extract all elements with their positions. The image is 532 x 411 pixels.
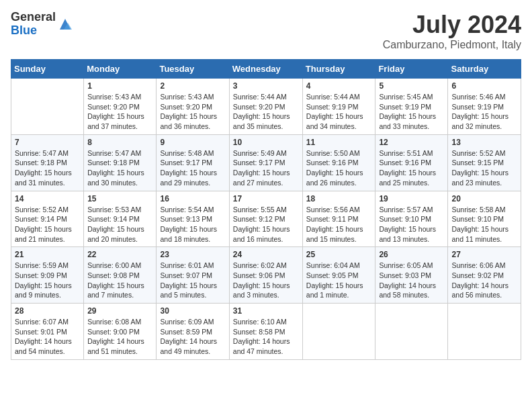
day-number: 20 xyxy=(451,194,517,203)
calendar-cell: 2Sunrise: 5:43 AM Sunset: 9:20 PM Daylig… xyxy=(157,79,229,135)
day-header-tuesday: Tuesday xyxy=(157,60,229,79)
day-number: 2 xyxy=(160,81,225,91)
calendar-cell: 14Sunrise: 5:52 AM Sunset: 9:14 PM Dayli… xyxy=(11,191,84,247)
day-number: 1 xyxy=(87,81,152,91)
calendar-cell: 30Sunrise: 6:09 AM Sunset: 8:59 PM Dayli… xyxy=(157,304,229,360)
logo-blue-text: Blue xyxy=(11,24,56,38)
calendar-cell: 18Sunrise: 5:56 AM Sunset: 9:11 PM Dayli… xyxy=(302,191,375,247)
day-header-monday: Monday xyxy=(84,60,157,79)
day-header-sunday: Sunday xyxy=(11,60,84,79)
day-content: Sunrise: 6:01 AM Sunset: 9:07 PM Dayligh… xyxy=(160,261,225,300)
day-number: 26 xyxy=(379,250,444,259)
calendar-cell: 16Sunrise: 5:54 AM Sunset: 9:13 PM Dayli… xyxy=(157,191,229,247)
calendar-cell: 23Sunrise: 6:01 AM Sunset: 9:07 PM Dayli… xyxy=(157,247,229,304)
day-number: 18 xyxy=(306,194,372,203)
day-content: Sunrise: 5:54 AM Sunset: 9:13 PM Dayligh… xyxy=(160,205,225,244)
day-number: 13 xyxy=(451,138,517,147)
day-number: 6 xyxy=(451,81,517,91)
day-content: Sunrise: 5:50 AM Sunset: 9:16 PM Dayligh… xyxy=(306,148,372,188)
day-content: Sunrise: 6:07 AM Sunset: 9:01 PM Dayligh… xyxy=(15,317,80,357)
day-header-saturday: Saturday xyxy=(448,60,521,79)
calendar-cell xyxy=(448,304,521,360)
day-number: 3 xyxy=(233,81,299,91)
day-number: 25 xyxy=(306,250,372,259)
day-content: Sunrise: 6:09 AM Sunset: 8:59 PM Dayligh… xyxy=(160,317,225,357)
calendar-cell: 22Sunrise: 6:00 AM Sunset: 9:08 PM Dayli… xyxy=(84,247,157,304)
calendar-cell: 21Sunrise: 5:59 AM Sunset: 9:09 PM Dayli… xyxy=(11,247,84,304)
calendar-cell: 24Sunrise: 6:02 AM Sunset: 9:06 PM Dayli… xyxy=(229,247,302,304)
calendar-cell: 26Sunrise: 6:05 AM Sunset: 9:03 PM Dayli… xyxy=(375,247,448,304)
calendar-cell: 28Sunrise: 6:07 AM Sunset: 9:01 PM Dayli… xyxy=(11,304,84,360)
day-content: Sunrise: 5:57 AM Sunset: 9:10 PM Dayligh… xyxy=(379,205,444,244)
calendar-cell xyxy=(11,79,84,135)
day-content: Sunrise: 6:02 AM Sunset: 9:06 PM Dayligh… xyxy=(233,261,299,300)
calendar-cell xyxy=(375,304,448,360)
day-content: Sunrise: 6:04 AM Sunset: 9:05 PM Dayligh… xyxy=(306,261,372,300)
day-content: Sunrise: 5:44 AM Sunset: 9:19 PM Dayligh… xyxy=(306,92,372,132)
calendar-week-4: 21Sunrise: 5:59 AM Sunset: 9:09 PM Dayli… xyxy=(11,247,521,304)
day-content: Sunrise: 5:46 AM Sunset: 9:19 PM Dayligh… xyxy=(451,92,517,132)
day-content: Sunrise: 6:00 AM Sunset: 9:08 PM Dayligh… xyxy=(87,261,152,300)
day-number: 11 xyxy=(306,138,372,147)
calendar-cell: 20Sunrise: 5:58 AM Sunset: 9:10 PM Dayli… xyxy=(448,191,521,247)
day-content: Sunrise: 5:58 AM Sunset: 9:10 PM Dayligh… xyxy=(451,205,517,244)
calendar-header-row: SundayMondayTuesdayWednesdayThursdayFrid… xyxy=(11,60,521,79)
day-content: Sunrise: 5:44 AM Sunset: 9:20 PM Dayligh… xyxy=(233,92,299,132)
calendar-cell: 6Sunrise: 5:46 AM Sunset: 9:19 PM Daylig… xyxy=(448,79,521,135)
day-content: Sunrise: 5:43 AM Sunset: 9:20 PM Dayligh… xyxy=(87,92,152,132)
day-number: 10 xyxy=(233,138,299,147)
calendar-cell: 7Sunrise: 5:47 AM Sunset: 9:18 PM Daylig… xyxy=(11,134,84,191)
main-title: July 2024 xyxy=(383,11,521,39)
title-block: July 2024 Camburzano, Piedmont, Italy xyxy=(383,11,521,51)
day-header-friday: Friday xyxy=(375,60,448,79)
day-number: 4 xyxy=(306,81,372,91)
calendar-week-2: 7Sunrise: 5:47 AM Sunset: 9:18 PM Daylig… xyxy=(11,134,521,191)
calendar-week-5: 28Sunrise: 6:07 AM Sunset: 9:01 PM Dayli… xyxy=(11,304,521,360)
day-header-wednesday: Wednesday xyxy=(229,60,302,79)
day-content: Sunrise: 6:10 AM Sunset: 8:58 PM Dayligh… xyxy=(233,317,299,357)
day-content: Sunrise: 5:47 AM Sunset: 9:18 PM Dayligh… xyxy=(87,148,152,188)
day-number: 27 xyxy=(451,250,517,259)
calendar-cell: 29Sunrise: 6:08 AM Sunset: 9:00 PM Dayli… xyxy=(84,304,157,360)
calendar-body: 1Sunrise: 5:43 AM Sunset: 9:20 PM Daylig… xyxy=(11,79,521,360)
day-number: 14 xyxy=(15,194,80,203)
calendar-cell: 3Sunrise: 5:44 AM Sunset: 9:20 PM Daylig… xyxy=(229,79,302,135)
calendar-cell: 19Sunrise: 5:57 AM Sunset: 9:10 PM Dayli… xyxy=(375,191,448,247)
calendar-cell xyxy=(302,304,375,360)
logo-general-text: General xyxy=(11,11,56,24)
page-header: General Blue July 2024 Camburzano, Piedm… xyxy=(11,11,521,51)
day-content: Sunrise: 5:55 AM Sunset: 9:12 PM Dayligh… xyxy=(233,205,299,244)
day-number: 17 xyxy=(233,194,299,203)
day-content: Sunrise: 5:59 AM Sunset: 9:09 PM Dayligh… xyxy=(15,261,80,300)
day-number: 9 xyxy=(160,138,225,147)
day-number: 15 xyxy=(87,194,152,203)
logo: General Blue xyxy=(11,11,73,38)
calendar-cell: 11Sunrise: 5:50 AM Sunset: 9:16 PM Dayli… xyxy=(302,134,375,191)
day-content: Sunrise: 5:52 AM Sunset: 9:15 PM Dayligh… xyxy=(451,148,517,188)
day-number: 7 xyxy=(15,138,80,147)
day-content: Sunrise: 6:05 AM Sunset: 9:03 PM Dayligh… xyxy=(379,261,444,300)
day-number: 16 xyxy=(160,194,225,203)
day-number: 23 xyxy=(160,250,225,259)
calendar-cell: 27Sunrise: 6:06 AM Sunset: 9:02 PM Dayli… xyxy=(448,247,521,304)
day-content: Sunrise: 5:48 AM Sunset: 9:17 PM Dayligh… xyxy=(160,148,225,188)
day-content: Sunrise: 5:52 AM Sunset: 9:14 PM Dayligh… xyxy=(15,205,80,244)
calendar-cell: 5Sunrise: 5:45 AM Sunset: 9:19 PM Daylig… xyxy=(375,79,448,135)
day-number: 24 xyxy=(233,250,299,259)
day-content: Sunrise: 5:47 AM Sunset: 9:18 PM Dayligh… xyxy=(15,148,80,188)
calendar-cell: 1Sunrise: 5:43 AM Sunset: 9:20 PM Daylig… xyxy=(84,79,157,135)
day-content: Sunrise: 5:53 AM Sunset: 9:14 PM Dayligh… xyxy=(87,205,152,244)
day-content: Sunrise: 6:06 AM Sunset: 9:02 PM Dayligh… xyxy=(451,261,517,300)
day-number: 28 xyxy=(15,306,80,316)
day-number: 19 xyxy=(379,194,444,203)
calendar-week-3: 14Sunrise: 5:52 AM Sunset: 9:14 PM Dayli… xyxy=(11,191,521,247)
calendar-table: SundayMondayTuesdayWednesdayThursdayFrid… xyxy=(11,59,521,360)
day-content: Sunrise: 5:43 AM Sunset: 9:20 PM Dayligh… xyxy=(160,92,225,132)
calendar-cell: 8Sunrise: 5:47 AM Sunset: 9:18 PM Daylig… xyxy=(84,134,157,191)
day-number: 22 xyxy=(87,250,152,259)
calendar-week-1: 1Sunrise: 5:43 AM Sunset: 9:20 PM Daylig… xyxy=(11,79,521,135)
calendar-cell: 9Sunrise: 5:48 AM Sunset: 9:17 PM Daylig… xyxy=(157,134,229,191)
day-content: Sunrise: 5:45 AM Sunset: 9:19 PM Dayligh… xyxy=(379,92,444,132)
day-content: Sunrise: 5:51 AM Sunset: 9:16 PM Dayligh… xyxy=(379,148,444,188)
day-content: Sunrise: 5:49 AM Sunset: 9:17 PM Dayligh… xyxy=(233,148,299,188)
